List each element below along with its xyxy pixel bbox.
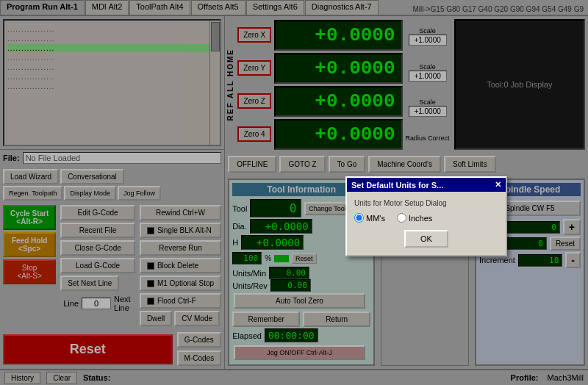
dialog-close-button[interactable]: ✕ [495, 180, 501, 190]
radio-mm-option[interactable]: MM's [354, 213, 385, 223]
ok-button[interactable]: OK [404, 230, 448, 248]
dialog-title: Set Default Units for S... ✕ [347, 178, 506, 192]
dialog-overlay: Set Default Units for S... ✕ Units for M… [0, 0, 588, 385]
radio-mm-label: MM's [366, 214, 385, 223]
radio-mm-input[interactable] [354, 213, 364, 223]
radio-inches-label: Inches [409, 214, 432, 223]
radio-group: MM's Inches [354, 213, 498, 223]
dialog-subtitle: Units for Motor Setup Dialog [354, 199, 498, 207]
dialog-body: Units for Motor Setup Dialog MM's Inches… [347, 192, 506, 255]
dialog: Set Default Units for S... ✕ Units for M… [345, 176, 507, 256]
radio-inches-input[interactable] [397, 213, 406, 223]
radio-inches-option[interactable]: Inches [397, 213, 432, 223]
